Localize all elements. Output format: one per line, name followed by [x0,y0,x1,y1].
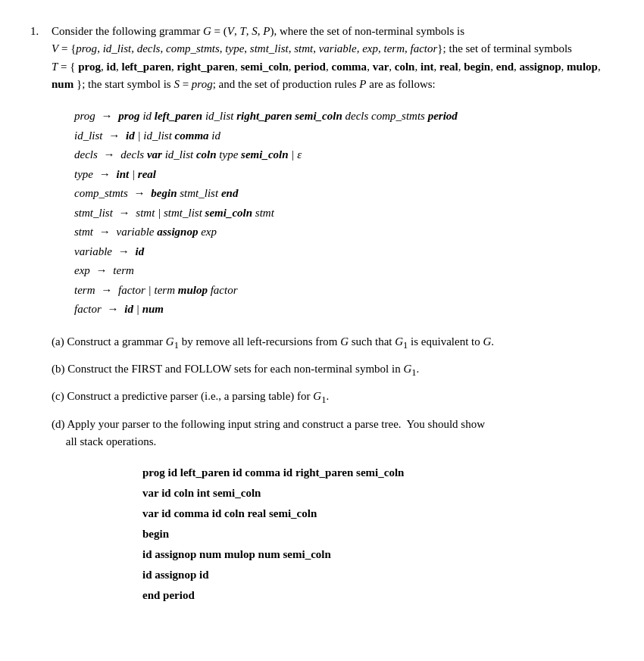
sub-question-b: (b) Construct the FIRST and FOLLOW sets … [52,360,614,380]
rule-idlist: id_list → id | id_list comma id [74,126,614,146]
rule-prog: prog → prog id left_paren id_list right_… [74,107,614,126]
rule-factor: factor → id | num [74,300,614,320]
problem-number: 1. [30,23,45,606]
rule-type: type → int | real [74,165,614,185]
grammar-rules-block: prog → prog id left_paren id_list right_… [74,107,614,320]
sub-question-a: (a) Construct a grammar G1 by remove all… [52,333,614,353]
rule-term: term → factor | term mulop factor [74,281,614,301]
rule-exp: exp → term [74,261,614,281]
input-line-2: var id coln int semi_coln [142,483,614,504]
rule-variable: variable → id [74,242,614,262]
input-line-3: var id comma id coln real semi_coln [142,504,614,524]
input-line-5: id assignop num mulop num semi_coln [142,544,614,565]
problem-item: 1. Consider the following grammar G = (V… [30,23,614,606]
sub-question-d: (d) Apply your parser to the following i… [52,416,614,451]
input-line-6: id assignop id [142,565,614,585]
problem-body: Consider the following grammar G = (V, T… [52,23,614,606]
rule-compstmts: comp_stmts → begin stmt_list end [74,184,614,204]
sub-question-c: (c) Construct a predictive parser (i.e.,… [52,388,614,407]
input-line-4: begin [142,524,614,544]
input-line-1: prog id left_paren id comma id right_par… [142,463,614,483]
input-string-block: prog id left_paren id comma id right_par… [142,463,614,606]
rule-decls: decls → decls var id_list coln type semi… [74,145,614,165]
input-line-7: end period [142,585,614,606]
rule-stmtlist: stmt_list → stmt | stmt_list semi_coln s… [74,204,614,223]
intro-paragraph: Consider the following grammar G = (V, T… [52,23,614,93]
rule-stmt: stmt → variable assignop exp [74,223,614,242]
main-content: 1. Consider the following grammar G = (V… [30,23,614,606]
